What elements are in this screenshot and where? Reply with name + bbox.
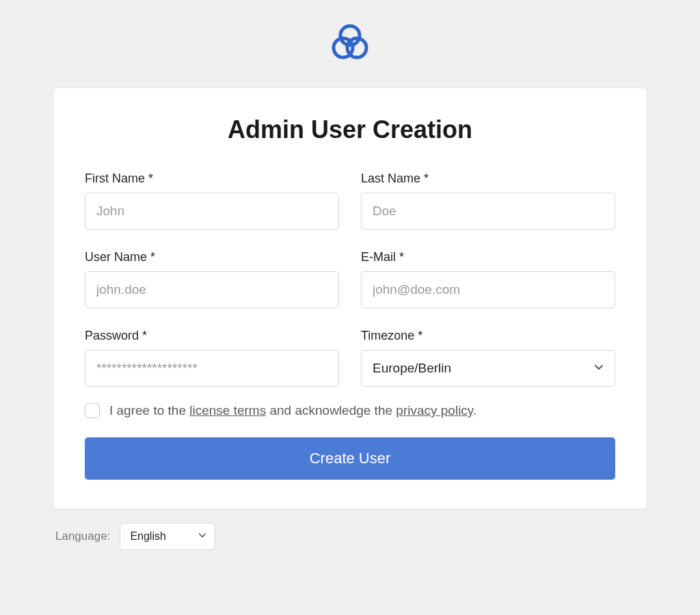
user-name-input[interactable] xyxy=(85,271,339,308)
first-name-field-group: First Name * xyxy=(85,172,339,230)
timezone-select[interactable]: Europe/Berlin xyxy=(361,350,615,387)
last-name-label: Last Name * xyxy=(361,172,615,186)
form-grid: First Name * Last Name * User Name * E-M… xyxy=(85,172,615,387)
agreement-text: I agree to the license terms and acknowl… xyxy=(109,403,476,418)
privacy-policy-link[interactable]: privacy policy xyxy=(396,403,473,418)
password-field-group: Password * xyxy=(85,329,339,387)
timezone-field-group: Timezone * Europe/Berlin xyxy=(361,329,615,387)
agree-middle: and acknowledge the xyxy=(266,403,396,418)
email-input[interactable] xyxy=(361,271,615,308)
password-input[interactable] xyxy=(85,350,339,387)
last-name-input[interactable] xyxy=(361,193,615,230)
password-label: Password * xyxy=(85,329,339,343)
user-creation-card: Admin User Creation First Name * Last Na… xyxy=(53,87,647,509)
create-user-button[interactable]: Create User xyxy=(85,437,615,480)
app-logo-icon xyxy=(325,19,375,71)
first-name-input[interactable] xyxy=(85,193,339,230)
email-label: E-Mail * xyxy=(361,250,615,264)
first-name-label: First Name * xyxy=(85,172,339,186)
user-name-label: User Name * xyxy=(85,250,339,264)
timezone-label: Timezone * xyxy=(361,329,615,343)
page-title: Admin User Creation xyxy=(85,115,615,144)
agree-suffix: . xyxy=(473,403,476,418)
agree-prefix: I agree to the xyxy=(109,403,189,418)
agree-checkbox[interactable] xyxy=(85,403,100,418)
license-terms-link[interactable]: license terms xyxy=(189,403,266,418)
last-name-field-group: Last Name * xyxy=(361,172,615,230)
user-name-field-group: User Name * xyxy=(85,250,339,308)
agreement-row: I agree to the license terms and acknowl… xyxy=(85,403,615,418)
email-field-group: E-Mail * xyxy=(361,250,615,308)
language-label: Language: xyxy=(55,530,110,543)
language-select[interactable]: English xyxy=(120,523,215,550)
language-row: Language: English xyxy=(53,523,647,550)
